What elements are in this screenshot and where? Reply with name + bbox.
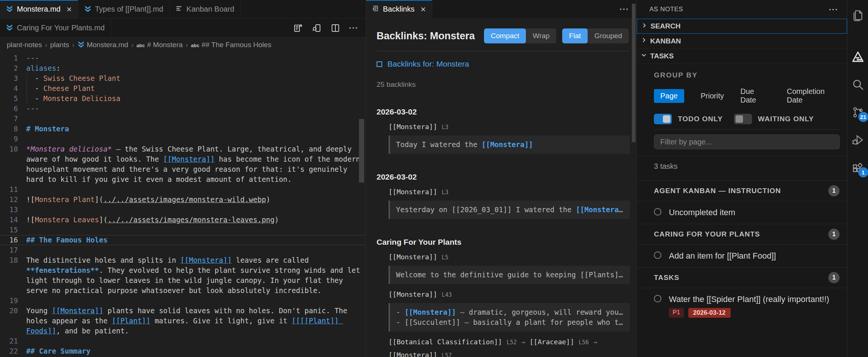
task-row[interactable]: Uncompleted item (637, 201, 847, 224)
task-checkbox-circle[interactable] (654, 208, 661, 216)
pane-header-kanban[interactable]: KANBAN (637, 34, 847, 49)
backlink-note-link[interactable]: [[Monstera]] (389, 123, 437, 131)
code-segment: - (26, 94, 43, 103)
backlink-quote[interactable]: - [[Monstera]] — dramatic, gorgeous, wil… (389, 303, 630, 332)
activity-extensions-icon[interactable]: 1 (849, 159, 867, 177)
tab-label: Backlinks (383, 5, 414, 13)
tab-spacer (432, 0, 613, 18)
tab-backlinks[interactable]: Backlinks × (366, 0, 432, 18)
editor-line: 9 (0, 134, 366, 144)
backlink-note-link[interactable]: [[Botanical Classification]] (389, 338, 502, 346)
backlink-quote[interactable]: Today I watered the [[Monstera]] (389, 135, 630, 154)
toggle-flat-button[interactable]: Flat (562, 28, 588, 43)
backlinks-scrollbar-thumb[interactable] (632, 4, 636, 142)
toggle-waiting-only[interactable] (734, 114, 752, 124)
task-checkbox-circle[interactable] (654, 295, 661, 302)
wikilink[interactable]: [[[[Plant]] (292, 317, 343, 325)
backlink-note-link[interactable]: [[Monstera]] (389, 188, 437, 196)
line-number: 6 (0, 104, 18, 114)
activity-source-control-icon[interactable]: 21 (849, 103, 867, 121)
filter-by-page-input[interactable] (654, 134, 840, 149)
toggle-compact-button[interactable]: Compact (484, 28, 526, 43)
panel-header: AS NOTES ⋯ (637, 0, 847, 19)
backlink-note-link-row[interactable]: [[Monstera]] L3 (389, 188, 629, 196)
search-document-icon[interactable] (311, 22, 322, 34)
breadcrumb-item-monstera-md[interactable]: Monstera.md (77, 40, 128, 49)
group-by-priority-button[interactable]: Priority (701, 89, 724, 103)
pane-header-search[interactable]: SEARCH (637, 19, 847, 34)
wikilink[interactable]: [[Monstera]] (52, 306, 103, 315)
more-actions-icon[interactable]: ⋯ (348, 22, 359, 34)
task-row[interactable]: Water the [[Spider Plant]] (really impor… (637, 288, 847, 324)
wikilink[interactable]: [[Plant]] (112, 317, 150, 325)
more-actions-icon[interactable]: ⋯ (619, 3, 630, 15)
split-editor-icon[interactable] (330, 22, 341, 34)
backlink-note-link-row[interactable]: [[Monstera]] L5 (389, 253, 629, 261)
markdown-note-icon (6, 24, 13, 33)
breadcrumb-item-plants[interactable]: plants (50, 41, 69, 49)
code-segment: aliases (26, 64, 56, 72)
editor-line: 14 ![Monstera Leaves](../../assets/image… (0, 215, 366, 225)
activity-search-icon[interactable] (849, 76, 867, 94)
backlink-item: [[Monstera]] L3 Yesterday on [[2026_03_0… (389, 188, 629, 219)
backlink-chain-row[interactable]: [[Botanical Classification]] L52→[[Arace… (389, 338, 629, 357)
task-row[interactable]: Add an item for [[Plant Food]] (637, 245, 847, 267)
backlink-note-link[interactable]: [[Monstera]] (389, 253, 437, 261)
wikilink[interactable]: Foods]] (26, 327, 56, 335)
markdown-editor[interactable]: 1 --- 2 aliases: 3 - Swiss Cheese Plant … (0, 52, 366, 357)
tab-kanban-board[interactable]: Kanban Board (170, 0, 241, 18)
editor-line: 2 aliases: (0, 63, 366, 73)
tab-caring-for-your-plants-md[interactable]: Caring For Your Plants.md (0, 19, 111, 37)
line-number (0, 286, 18, 296)
activity-as-notes-logo-icon[interactable] (849, 48, 867, 66)
editor-scrollbar-thumb[interactable] (359, 119, 364, 183)
backlink-note-link[interactable]: [[Araceae]] (530, 338, 574, 346)
code-segment: ## Care Summary (26, 347, 91, 355)
backlink-quote[interactable]: Yesterday on [[2026_03_01]] I watered th… (389, 201, 630, 219)
breadcrumb-item-the-famous-holes[interactable]: abc## The Famous Holes (191, 41, 271, 49)
toggle-grouped-button[interactable]: Grouped (588, 28, 629, 43)
backlinks-for-link[interactable]: Backlinks for: Monstera (377, 59, 629, 68)
wikilink[interactable]: [[Monstera]] (163, 155, 214, 163)
activity-run-debug-icon[interactable] (849, 131, 867, 149)
editor-line: 18 The distinctive holes and splits in [… (0, 255, 366, 265)
backlink-note-link[interactable]: [[Monstera]] (389, 290, 437, 298)
backlink-note-link-row[interactable]: [[Monstera]] L43 (389, 290, 629, 298)
code-segment: ## The Famous Holes (26, 236, 107, 244)
toggle-wrap-button[interactable]: Wrap (526, 28, 556, 43)
code-segment: hard to kill if you give it even a modes… (26, 175, 292, 183)
task-checkbox-circle[interactable] (654, 251, 661, 259)
group-by-page-button[interactable]: Page (654, 89, 684, 103)
pane-header-tasks[interactable]: TASKS (637, 49, 847, 64)
toggle-todo-only[interactable] (654, 114, 672, 124)
chevron-right-icon (641, 22, 648, 31)
line-number: 22 (0, 346, 18, 356)
tab-types-of-plant-md[interactable]: Types of [[Plant]].md (78, 0, 170, 18)
editor-group-backlinks: Backlinks × ⋯ Backlinks: Monstera Compac… (366, 0, 636, 357)
code-segment: has become the icon of the modern (214, 155, 360, 163)
group-by-due-date-button[interactable]: Due Date (740, 85, 770, 107)
panel-more-actions-icon[interactable]: ⋯ (828, 4, 839, 15)
backlink-note-link-row[interactable]: [[Monstera]] L3 (389, 123, 629, 131)
close-icon[interactable]: × (420, 5, 426, 14)
breadcrumb-item-monstera[interactable]: abc# Monstera (137, 41, 183, 49)
count-badge: 1 (828, 272, 840, 283)
editor-line: 8 # Monstera (0, 124, 366, 134)
activity-explorer-pages-icon[interactable] (849, 6, 867, 24)
close-icon[interactable]: × (67, 5, 72, 14)
as-notes-panel: AS NOTES ⋯ SEARCH KANBAN TASKS GROUP BY … (636, 0, 847, 357)
group-by-completion-date-button[interactable]: Completion Date (787, 85, 840, 107)
backlink-note-link[interactable]: [[Monstera]] (389, 351, 437, 357)
tasks-count: 3 tasks (637, 162, 847, 171)
editor-line: hard to kill if you give it even a modes… (0, 174, 366, 184)
backlinks-tab-row: Backlinks × ⋯ (366, 0, 636, 19)
tab-row-1: Monstera.md × Types of [[Plant]].md Kanb… (0, 0, 366, 19)
open-preview-icon[interactable] (292, 22, 304, 34)
line-number: 15 (0, 225, 18, 235)
backlink-quote[interactable]: Welcome to the definitive guide to keepi… (389, 266, 630, 284)
tab-monstera-md[interactable]: Monstera.md × (0, 0, 78, 18)
tasks-section-body: GROUP BY PagePriorityDue DateCompletion … (637, 64, 847, 357)
wikilink[interactable]: [[Monstera]] (180, 256, 232, 264)
editor-line: 16 ## The Famous Holes (0, 235, 366, 245)
breadcrumb-item-plant-notes[interactable]: plant-notes (7, 41, 42, 49)
